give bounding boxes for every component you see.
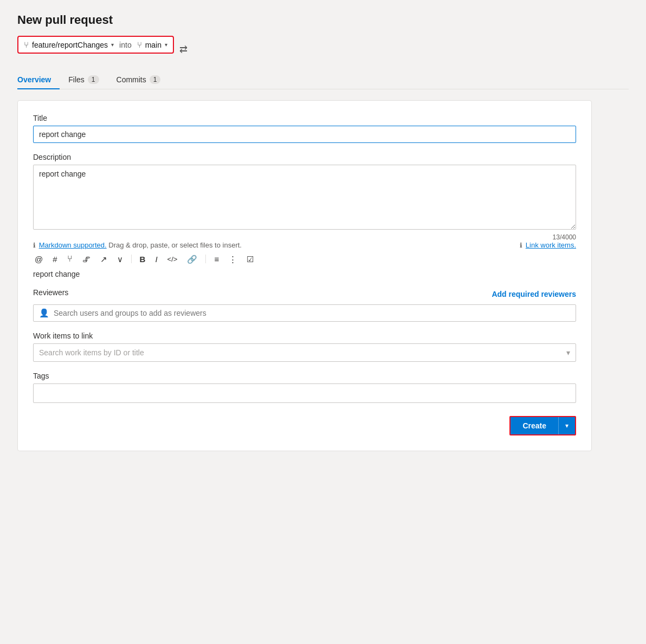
title-section: Title [33, 114, 576, 143]
toolbar-sep1 [131, 255, 132, 263]
target-branch-chevron[interactable]: ▾ [165, 42, 167, 48]
link-work-items-link[interactable]: Link work items. [526, 241, 576, 249]
tab-overview[interactable]: Overview [17, 71, 60, 89]
create-row: Create ▾ [33, 416, 576, 435]
create-button-group: Create ▾ [509, 416, 576, 435]
tags-label: Tags [33, 372, 576, 380]
tab-commits-label: Commits [117, 75, 146, 84]
markdown-suffix: Drag & drop, paste, or select files to i… [108, 241, 242, 249]
tab-files-badge: 1 [88, 75, 99, 84]
branch-selector[interactable]: ⑂ feature/reportChanges ▾ into ⑂ main ▾ [17, 36, 174, 54]
create-dropdown-button[interactable]: ▾ [558, 417, 575, 434]
toolbar-code[interactable]: </> [166, 255, 179, 264]
add-required-reviewers-link[interactable]: Add required reviewers [492, 290, 576, 298]
toolbar-format[interactable]: ↗ [99, 254, 109, 264]
page-title: New pull request [17, 13, 629, 27]
tabs-bar: Overview Files 1 Commits 1 [17, 71, 629, 89]
toolbar-link[interactable]: 🔗 [185, 254, 199, 264]
description-counter: 13/4000 [33, 233, 576, 241]
link-work-icon: ℹ [520, 242, 522, 249]
source-branch-chevron[interactable]: ▾ [111, 42, 114, 48]
toolbar-more-format[interactable]: ∨ [115, 254, 125, 264]
description-toolbar: @ # ⑂ 🖇 ↗ ∨ B I </> 🔗 ≡ ⋮ ☑ [33, 253, 576, 264]
reviewer-search-input[interactable] [54, 309, 570, 317]
tab-commits[interactable]: Commits 1 [108, 71, 170, 89]
toolbar-bold[interactable]: B [138, 254, 147, 264]
reviewers-row: Reviewers Add required reviewers [33, 288, 576, 300]
tab-files-label: Files [68, 75, 85, 84]
tab-commits-badge: 1 [150, 75, 161, 84]
form-card: Title Description report change 13/4000 … [17, 100, 592, 451]
tab-files[interactable]: Files 1 [60, 71, 107, 89]
info-icon: ℹ [33, 242, 36, 249]
toolbar-branch[interactable]: ⑂ [66, 253, 74, 264]
toolbar-attach[interactable]: 🖇 [81, 254, 92, 264]
into-text: into [119, 41, 132, 49]
work-items-placeholder: Search work items by ID or title [39, 348, 144, 357]
markdown-supported-link[interactable]: Markdown supported. [39, 241, 107, 249]
link-work-items-right: ℹ Link work items. [520, 241, 576, 249]
work-items-section: Work items to link Search work items by … [33, 331, 576, 362]
toolbar-hash[interactable]: # [51, 254, 59, 264]
create-button[interactable]: Create [511, 417, 558, 434]
source-branch-icon: ⑂ [24, 40, 29, 49]
description-textarea[interactable]: report change [33, 165, 576, 230]
markdown-row: ℹ Markdown supported. Drag & drop, paste… [33, 241, 576, 249]
toolbar-unordered-list[interactable]: ≡ [212, 254, 221, 264]
toolbar-checklist[interactable]: ☑ [245, 254, 255, 264]
work-items-dropdown[interactable]: Search work items by ID or title ▾ [33, 343, 576, 362]
source-branch-name: feature/reportChanges [32, 41, 108, 49]
tab-overview-label: Overview [17, 75, 51, 84]
work-items-chevron: ▾ [566, 348, 570, 357]
toolbar-sep2 [205, 255, 206, 263]
tags-section: Tags [33, 372, 576, 403]
reviewers-section: Reviewers Add required reviewers 👤 [33, 288, 576, 322]
swap-branches-button[interactable]: ⇄ [179, 43, 188, 55]
reviewer-search-wrapper: 👤 [33, 304, 576, 322]
toolbar-italic[interactable]: I [153, 254, 159, 264]
description-preview: report change [33, 270, 576, 278]
target-branch-name: main [145, 41, 162, 49]
reviewers-label: Reviewers [33, 288, 68, 297]
target-branch-icon: ⑂ [137, 40, 142, 49]
toolbar-ordered-list[interactable]: ⋮ [227, 254, 238, 264]
tags-input[interactable] [33, 383, 576, 403]
description-section: Description report change 13/4000 ℹ Mark… [33, 153, 576, 278]
markdown-info: ℹ Markdown supported. Drag & drop, paste… [33, 241, 242, 249]
title-input[interactable] [33, 126, 576, 143]
toolbar-mention[interactable]: @ [33, 254, 44, 264]
title-label: Title [33, 114, 576, 122]
person-icon: 👤 [39, 308, 49, 318]
description-label: Description [33, 153, 576, 161]
work-items-label: Work items to link [33, 331, 576, 340]
